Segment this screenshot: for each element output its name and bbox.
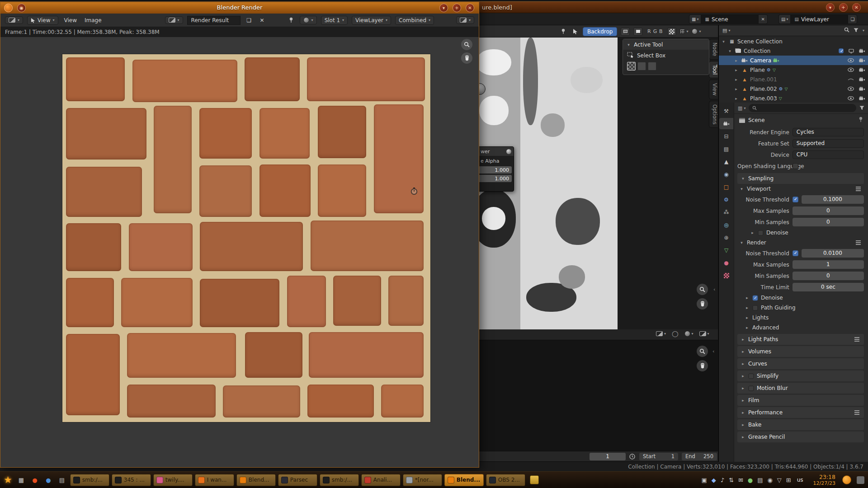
properties-tab-object[interactable]: □ (719, 181, 733, 192)
viewlayer-browse-button[interactable]: ▤▾ (778, 14, 790, 24)
scene-browse-button[interactable]: ▦▾ (689, 14, 701, 24)
checkbox[interactable] (749, 373, 754, 379)
outliner-row[interactable]: ▸▲Plane⚙▽ (719, 65, 868, 75)
pan-gizmo[interactable] (697, 360, 708, 371)
vlc-icon[interactable]: ● (29, 474, 40, 485)
browser-icon[interactable]: ● (43, 474, 54, 485)
backdrop-alpha-icon[interactable] (633, 28, 642, 36)
main-close-button[interactable]: ✕ (852, 3, 861, 12)
properties-tab-particles[interactable]: ⁂ (719, 206, 733, 218)
viewlayer-copy-button[interactable]: ❏ (848, 14, 857, 24)
eye-off-icon[interactable] (848, 77, 854, 81)
channel-g-button[interactable]: G (652, 28, 658, 34)
editor-type-dropdown[interactable]: ▾ (656, 331, 666, 336)
region-arrow-icon[interactable]: ‹ (712, 348, 714, 354)
frame-end-field[interactable]: End 250 (682, 453, 717, 460)
tool-thumb[interactable] (637, 62, 646, 70)
render-window-titlebar[interactable]: ◉ Blender Render ▾ + ✕ (0, 2, 479, 14)
gizmo-dropdown[interactable]: ▾ (680, 29, 688, 34)
camera-icon[interactable] (859, 87, 865, 91)
updates-icon[interactable]: ⇅ (729, 477, 734, 483)
sidebar-tab-view[interactable]: View (709, 80, 718, 99)
zoom-gizmo[interactable] (697, 284, 708, 295)
taskbar-window-red[interactable]: Anali... (361, 474, 401, 486)
region-arrow-icon[interactable]: ‹ (713, 286, 715, 292)
camera-icon[interactable] (859, 49, 865, 53)
filter-icon[interactable] (854, 27, 859, 34)
subpanel-header[interactable]: ▾Viewport (737, 184, 864, 194)
disclosure-icon[interactable]: ▾ (727, 49, 733, 53)
maximize-button[interactable]: + (453, 4, 461, 12)
outliner-row[interactable]: ▾▦Scene Collection (719, 37, 868, 46)
pass-dropdown[interactable]: Combined▾ (395, 16, 434, 25)
taskbar-window-pink[interactable]: twily.... (153, 474, 193, 486)
keyboard-layout[interactable]: us (797, 477, 803, 483)
world-icon[interactable]: ◯ (672, 330, 679, 337)
frame-start-field[interactable]: Start 1 (639, 453, 678, 460)
camera-icon[interactable] (859, 58, 865, 63)
main-maximize-button[interactable]: + (839, 3, 848, 12)
checkbox[interactable] (749, 385, 754, 391)
disclosure-icon[interactable]: ▾ (721, 39, 726, 44)
properties-tab-world[interactable]: ◉ (719, 169, 733, 180)
editor-type-dropdown[interactable]: ▤▾ (722, 28, 730, 33)
taskbar-window-terminal[interactable]: 345 : ... (112, 474, 151, 486)
image-name-field[interactable]: Render Result (187, 16, 241, 25)
screen-icon[interactable] (849, 49, 854, 53)
outliner-row[interactable]: ▸▲Plane.001 (719, 75, 868, 84)
channel-r-button[interactable]: R (646, 28, 652, 34)
display-channels-icon[interactable]: ▾ (300, 16, 317, 24)
show-desktop-icon[interactable]: ▦ (16, 474, 27, 485)
collapsed-panel[interactable]: ▸Motion Blur (737, 383, 864, 394)
chat-icon[interactable]: ◆ (712, 477, 716, 483)
clipboard-icon[interactable]: ▤ (757, 477, 763, 483)
panel-menu-icon[interactable] (854, 412, 859, 413)
disclosure-icon[interactable]: ▾ (626, 42, 631, 47)
properties-tab-modifiers[interactable]: ⚙ (719, 194, 733, 205)
properties-tab-material[interactable]: ● (719, 257, 733, 268)
filter-icon[interactable] (859, 105, 864, 112)
dropdown-field[interactable]: CPU (793, 150, 864, 159)
number-field[interactable]: 0 sec (793, 283, 864, 291)
panel-menu-icon[interactable] (854, 339, 859, 340)
music-icon[interactable]: ♪ (721, 477, 724, 483)
unlink-icon[interactable]: ✕ (258, 16, 267, 25)
collapsed-panel[interactable]: ▸Denoise (737, 293, 864, 303)
checkbox[interactable] (793, 163, 798, 169)
include-checkbox[interactable] (839, 48, 844, 53)
properties-tab-data[interactable]: ▽ (719, 244, 733, 256)
image-menu[interactable]: Image (83, 16, 104, 24)
close-button[interactable]: ✕ (466, 4, 474, 12)
disclosure-icon[interactable]: ▸ (733, 68, 739, 72)
sidebar-tab-node[interactable]: Node (709, 39, 718, 60)
subpanel-header[interactable]: ▾Render (737, 238, 864, 248)
collapsed-panel[interactable]: ▸Volumes (737, 346, 864, 357)
number-field[interactable]: 0.1000 (802, 195, 864, 204)
collapsed-panel[interactable]: ▸Grease Pencil (737, 432, 864, 442)
taskbar-window-obs[interactable]: OBS 2... (486, 474, 525, 486)
collapsed-panel[interactable]: ▸Light Paths (737, 334, 864, 345)
chevron-down-icon[interactable]: ▾ (863, 28, 864, 33)
files-icon[interactable]: ▤ (57, 474, 67, 485)
camera-icon[interactable] (859, 68, 865, 72)
mode-dropdown[interactable]: View▾ (27, 16, 58, 25)
collapsed-panel[interactable]: ▸Performance (737, 407, 864, 418)
screen-icon[interactable]: ▣ (701, 477, 707, 483)
zoom-gizmo[interactable] (461, 39, 472, 50)
outliner-row[interactable]: ▸▲Plane.003▽ (719, 94, 868, 103)
tool-thumb[interactable] (627, 62, 636, 70)
taskbar-window-blender[interactable]: Blend... (236, 474, 276, 486)
channel-b-button[interactable]: B (658, 28, 664, 34)
sidebar-tab-tool[interactable]: Tool (709, 61, 718, 78)
search-icon[interactable] (844, 27, 849, 34)
eye-icon[interactable] (848, 68, 854, 72)
number-field[interactable]: 0 (793, 218, 864, 226)
shading-sphere-dropdown[interactable]: ▾ (684, 331, 693, 337)
disclosure-icon[interactable]: ▸ (733, 87, 739, 91)
number-field[interactable]: 1 (793, 260, 864, 269)
properties-tab-view-layer[interactable]: ▤ (719, 143, 733, 155)
render-canvas[interactable] (0, 37, 479, 467)
new-image-icon[interactable]: ❏ (245, 16, 254, 25)
number-field[interactable]: 0.0100 (802, 249, 864, 258)
eye-icon[interactable] (848, 87, 854, 91)
